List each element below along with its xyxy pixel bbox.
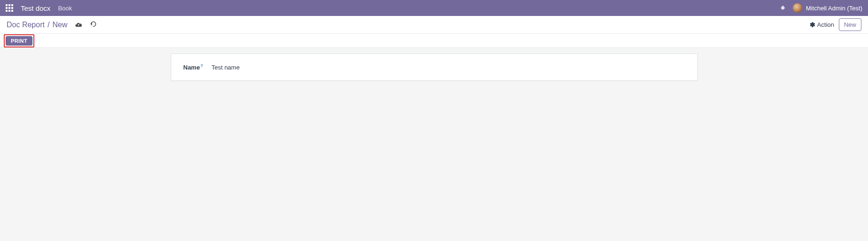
- breadcrumb-separator: /: [48, 21, 49, 29]
- cloud-save-icon[interactable]: [75, 21, 82, 29]
- avatar: [793, 3, 802, 13]
- form-sheet: Name? Test name: [171, 54, 698, 81]
- svg-line-3: [784, 7, 785, 8]
- apps-icon[interactable]: [6, 4, 13, 12]
- print-button-highlight: PRINT: [4, 34, 34, 47]
- menu-item-book[interactable]: Book: [58, 5, 72, 12]
- svg-line-5: [784, 8, 785, 8]
- name-field-value[interactable]: Test name: [211, 64, 239, 71]
- field-row-name: Name? Test name: [183, 63, 685, 71]
- main-area: Name? Test name: [0, 48, 868, 241]
- svg-line-4: [781, 8, 782, 8]
- control-panel-right: Action New: [809, 18, 861, 31]
- breadcrumb: Doc Report / New: [7, 21, 97, 29]
- print-button[interactable]: PRINT: [6, 36, 32, 46]
- help-marker-icon[interactable]: ?: [200, 63, 203, 68]
- action-label: Action: [817, 21, 834, 28]
- navbar-left: Test docx Book: [6, 4, 72, 12]
- svg-rect-1: [782, 6, 784, 7]
- name-field-label: Name?: [183, 63, 203, 71]
- undo-icon[interactable]: [90, 21, 97, 28]
- control-panel: Doc Report / New Action New: [0, 16, 868, 34]
- status-bar: PRINT: [0, 34, 868, 48]
- gear-icon: [809, 22, 815, 28]
- action-dropdown[interactable]: Action: [809, 21, 834, 28]
- app-title[interactable]: Test docx: [21, 4, 50, 12]
- navbar: Test docx Book Mitchell Admin (Test): [0, 0, 868, 16]
- svg-line-2: [781, 7, 782, 8]
- name-label-text: Name: [183, 64, 200, 71]
- bug-icon[interactable]: [780, 4, 786, 12]
- breadcrumb-current: New: [52, 21, 67, 29]
- navbar-right: Mitchell Admin (Test): [780, 3, 862, 13]
- new-button[interactable]: New: [839, 18, 861, 31]
- user-name-label: Mitchell Admin (Test): [806, 5, 862, 12]
- breadcrumb-root[interactable]: Doc Report: [7, 21, 45, 29]
- user-menu[interactable]: Mitchell Admin (Test): [793, 3, 862, 13]
